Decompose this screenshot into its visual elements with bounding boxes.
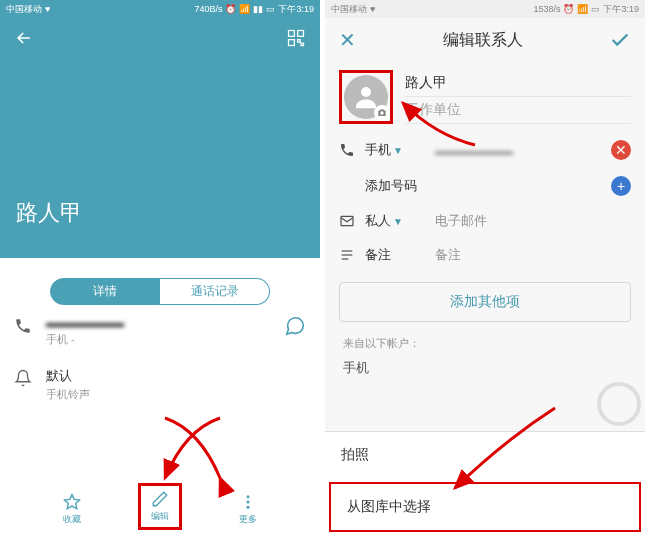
- svg-rect-0: [289, 31, 295, 37]
- tab-calllog[interactable]: 通话记录: [160, 278, 270, 305]
- contact-header: 路人甲: [0, 18, 320, 258]
- confirm-button[interactable]: [609, 29, 631, 51]
- tabs: 详情 通话记录: [0, 278, 320, 305]
- ringtone-label: 默认: [46, 367, 306, 385]
- alarm-icon: ⏰: [225, 4, 236, 14]
- svg-point-4: [246, 495, 249, 498]
- phone-value[interactable]: ▬▬▬▬▬▬: [435, 143, 601, 158]
- status-bar: 中国移动 ♥ 1538/s ⏰ 📶 ▭ 下午3:19: [325, 0, 645, 18]
- signal-icon: ▮▮: [253, 4, 263, 14]
- more-button[interactable]: 更多: [229, 489, 267, 530]
- edit-label: 编辑: [151, 510, 169, 523]
- assist-circle: [597, 382, 641, 426]
- add-number-label: 添加号码: [365, 177, 417, 195]
- bell-icon: [14, 369, 34, 387]
- time-label: 下午3:19: [603, 3, 639, 16]
- email-row[interactable]: 私人▼ 电子邮件: [325, 204, 645, 238]
- battery-icon: ▭: [591, 4, 600, 14]
- phone-icon: [339, 142, 355, 158]
- svg-point-5: [246, 501, 249, 504]
- speed-label: 1538/s: [533, 4, 560, 14]
- email-type: 私人: [365, 213, 391, 228]
- favorite-button[interactable]: 收藏: [53, 489, 91, 530]
- ringtone-row[interactable]: 默认 手机铃声: [0, 357, 320, 412]
- edit-button[interactable]: 编辑: [138, 483, 182, 530]
- favorite-label: 收藏: [63, 513, 81, 526]
- more-label: 更多: [239, 513, 257, 526]
- battery-icon: ▭: [266, 4, 275, 14]
- mail-icon: [339, 213, 355, 229]
- work-field[interactable]: 工作单位: [405, 97, 631, 124]
- phone-field-row[interactable]: 手机▼ ▬▬▬▬▬▬ ✕: [325, 132, 645, 168]
- screenshot-left: 中国移动 ♥ 740B/s ⏰ 📶 ▮▮ ▭ 下午3:19 路人甲 详情 通话记…: [0, 0, 320, 536]
- note-label: 备注: [365, 246, 425, 264]
- speed-label: 740B/s: [194, 4, 222, 14]
- phone-number: ▬▬▬▬▬▬: [46, 315, 272, 330]
- contact-name: 路人甲: [16, 198, 82, 228]
- remove-phone-button[interactable]: ✕: [611, 140, 631, 160]
- page-title: 编辑联系人: [443, 30, 523, 51]
- name-field[interactable]: 路人甲: [405, 70, 631, 97]
- note-icon: [339, 247, 355, 263]
- avatar-row: 路人甲 工作单位: [325, 62, 645, 132]
- camera-badge-icon: [374, 105, 390, 121]
- svg-point-6: [246, 506, 249, 509]
- alarm-icon: ⏰: [563, 4, 574, 14]
- tab-details[interactable]: 详情: [50, 278, 160, 305]
- heart-icon: ♥: [45, 4, 50, 14]
- time-label: 下午3:19: [278, 3, 314, 16]
- ringtone-sub: 手机铃声: [46, 387, 306, 402]
- carrier-label: 中国移动: [331, 3, 367, 16]
- dropdown-icon[interactable]: ▼: [393, 216, 403, 227]
- svg-point-7: [361, 87, 371, 97]
- dropdown-icon[interactable]: ▼: [393, 145, 403, 156]
- add-number-button[interactable]: +: [611, 176, 631, 196]
- bottom-bar: 收藏 编辑 更多: [0, 483, 320, 530]
- close-button[interactable]: ✕: [339, 28, 356, 52]
- status-bar: 中国移动 ♥ 740B/s ⏰ 📶 ▮▮ ▭ 下午3:19: [0, 0, 320, 18]
- screenshot-right: 中国移动 ♥ 1538/s ⏰ 📶 ▭ 下午3:19 ✕ 编辑联系人 路: [325, 0, 645, 536]
- back-button[interactable]: [14, 28, 34, 48]
- account-value: 手机: [325, 355, 645, 381]
- photo-picker-sheet: 拍照 从图库中选择: [325, 431, 645, 536]
- avatar-button[interactable]: [344, 75, 388, 119]
- edit-header: ✕ 编辑联系人: [325, 18, 645, 62]
- sheet-gallery[interactable]: 从图库中选择: [329, 482, 641, 532]
- note-row[interactable]: 备注 备注: [325, 238, 645, 272]
- wifi-icon: 📶: [239, 4, 250, 14]
- svg-rect-2: [289, 40, 295, 46]
- add-other-button[interactable]: 添加其他项: [339, 282, 631, 322]
- phone-row[interactable]: ▬▬▬▬▬▬ 手机 -: [0, 305, 320, 357]
- heart-icon: ♥: [370, 4, 375, 14]
- message-icon[interactable]: [284, 315, 306, 337]
- phone-icon: [14, 317, 34, 335]
- phone-type: 手机: [365, 142, 391, 157]
- email-field[interactable]: 电子邮件: [435, 212, 631, 230]
- avatar-highlight: [339, 70, 393, 124]
- note-field[interactable]: 备注: [435, 246, 631, 264]
- phone-sub: 手机 -: [46, 332, 272, 347]
- sheet-camera[interactable]: 拍照: [325, 432, 645, 478]
- carrier-label: 中国移动: [6, 3, 42, 16]
- svg-marker-3: [65, 495, 80, 509]
- svg-rect-1: [298, 31, 304, 37]
- account-from-label: 来自以下帐户：: [325, 332, 645, 355]
- qr-icon[interactable]: [286, 28, 306, 48]
- add-number-row[interactable]: 添加号码 +: [325, 168, 645, 204]
- wifi-icon: 📶: [577, 4, 588, 14]
